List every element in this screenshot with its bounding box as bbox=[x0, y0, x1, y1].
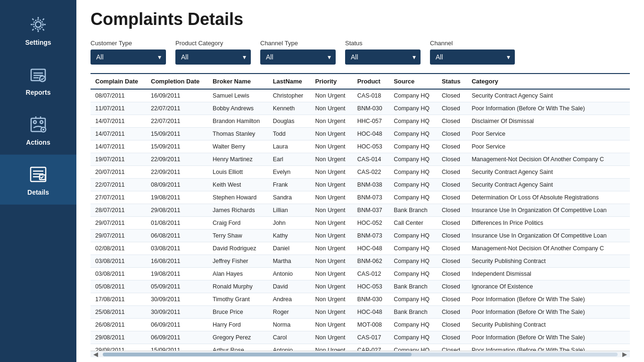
table-cell: Antonio bbox=[268, 268, 311, 280]
table-cell: Non Urgent bbox=[311, 242, 353, 255]
table-cell: Closed bbox=[437, 306, 467, 319]
complaints-table-container[interactable]: Complain Date Completion Date Broker Nam… bbox=[91, 73, 630, 351]
settings-icon bbox=[27, 13, 50, 36]
table-row[interactable]: 02/08/201103/08/2011David RodriguezDanie… bbox=[91, 242, 630, 255]
table-row[interactable]: 29/08/201106/09/2011Gregory PerezCarolNo… bbox=[91, 331, 630, 344]
table-cell: Arthur Rose bbox=[208, 344, 268, 351]
table-row[interactable]: 14/07/201115/09/2011Walter BerryLauraNon… bbox=[91, 140, 630, 153]
table-row[interactable]: 29/08/201115/09/2011Arthur RoseAntonioNo… bbox=[91, 344, 630, 351]
table-cell: 17/08/2011 bbox=[91, 293, 146, 306]
table-cell: 06/09/2011 bbox=[146, 319, 208, 331]
sidebar-item-reports[interactable]: Reports bbox=[0, 55, 76, 105]
filter-channel-type-label: Channel Type bbox=[260, 40, 336, 47]
table-cell: 22/07/2011 bbox=[91, 179, 146, 191]
table-row[interactable]: 26/08/201106/09/2011Harry FordNormaNon U… bbox=[91, 319, 630, 331]
filter-customer-type-select[interactable]: All bbox=[91, 49, 166, 65]
table-cell: Company HQ bbox=[389, 293, 437, 306]
table-body: 08/07/201116/09/2011Samuel LewisChristop… bbox=[91, 89, 630, 351]
svg-point-8 bbox=[33, 121, 36, 123]
scroll-right-arrow[interactable]: ▶ bbox=[619, 351, 630, 358]
table-cell: Closed bbox=[437, 344, 467, 351]
table-cell: Non Urgent bbox=[311, 306, 353, 319]
complaints-table: Complain Date Completion Date Broker Nam… bbox=[91, 74, 630, 351]
table-row[interactable]: 29/07/201101/08/2011Craig FordJohnNon Ur… bbox=[91, 217, 630, 230]
filter-status-select[interactable]: All bbox=[345, 49, 421, 65]
table-row[interactable]: 11/07/201122/07/2011Bobby AndrewsKenneth… bbox=[91, 102, 630, 115]
table-cell: Closed bbox=[437, 140, 467, 153]
table-row[interactable]: 29/07/201106/08/2011Terry ShawKathyNon U… bbox=[91, 230, 630, 242]
sidebar-item-details[interactable]: Details bbox=[0, 155, 76, 205]
table-row[interactable]: 19/07/201122/09/2011Henry MartinezEarlNo… bbox=[91, 153, 630, 166]
main-content: Complaints Details Customer Type All Pro… bbox=[76, 0, 644, 362]
table-cell: 15/09/2011 bbox=[146, 344, 208, 351]
table-row[interactable]: 22/07/201108/09/2011Keith WestFrankNon U… bbox=[91, 179, 630, 191]
table-cell: Thomas Stanley bbox=[208, 128, 268, 140]
scroll-left-arrow[interactable]: ◀ bbox=[91, 351, 101, 358]
table-cell: 06/09/2011 bbox=[146, 331, 208, 344]
table-row[interactable]: 03/08/201116/08/2011Jeffrey FisherMartha… bbox=[91, 255, 630, 268]
table-cell: Closed bbox=[437, 89, 467, 102]
table-cell: Earl bbox=[268, 153, 311, 166]
table-cell: CAP-027 bbox=[353, 344, 389, 351]
table-cell: Andrea bbox=[268, 293, 311, 306]
table-row[interactable]: 27/07/201119/08/2011Stephen HowardSandra… bbox=[91, 191, 630, 204]
table-cell: Timothy Grant bbox=[208, 293, 268, 306]
page-title: Complaints Details bbox=[91, 9, 630, 29]
table-cell: Company HQ bbox=[389, 242, 437, 255]
table-row[interactable]: 28/07/201129/08/2011James RichardsLillia… bbox=[91, 204, 630, 217]
table-cell: 01/08/2011 bbox=[146, 217, 208, 230]
filter-channel-select[interactable]: All bbox=[430, 49, 515, 65]
table-row[interactable]: 20/07/201122/09/2011Louis ElliottEvelynN… bbox=[91, 166, 630, 179]
table-cell: 29/08/2011 bbox=[91, 331, 146, 344]
table-cell: Security Contract Agency Saint bbox=[467, 166, 620, 179]
table-cell: HHC-057 bbox=[353, 115, 389, 128]
filter-product-category-select[interactable]: All bbox=[175, 49, 251, 65]
table-cell: Company HQ bbox=[389, 89, 437, 102]
table-row[interactable]: 14/07/201122/07/2011Brandon HamiltonDoug… bbox=[91, 115, 630, 128]
table-cell: 29/07/2011 bbox=[91, 230, 146, 242]
table-cell: Roger bbox=[268, 306, 311, 319]
table-cell: Closed bbox=[437, 153, 467, 166]
table-cell: Samuel Lewis bbox=[208, 89, 268, 102]
table-cell: Bank Branch bbox=[389, 306, 437, 319]
table-cell: Bobby Andrews bbox=[208, 102, 268, 115]
table-cell: Non Urgent bbox=[311, 230, 353, 242]
filter-channel-type-select[interactable]: All bbox=[260, 49, 336, 65]
table-cell: Non Urgent bbox=[311, 204, 353, 217]
table-cell: Company HQ bbox=[389, 153, 437, 166]
table-row[interactable]: 14/07/201115/09/2011Thomas StanleyToddNo… bbox=[91, 128, 630, 140]
table-cell: MOT-008 bbox=[353, 319, 389, 331]
table-cell: Poor Information (Before Or With The Sal… bbox=[467, 331, 620, 344]
table-row[interactable]: 17/08/201130/09/2011Timothy GrantAndreaN… bbox=[91, 293, 630, 306]
table-row[interactable]: 03/08/201119/08/2011Alan HayesAntonioNon… bbox=[91, 268, 630, 280]
table-cell: Louis Elliott bbox=[208, 166, 268, 179]
table-row[interactable]: 25/08/201130/09/2011Bruce PriceRogerNon … bbox=[91, 306, 630, 319]
table-cell: Non Urgent bbox=[311, 331, 353, 344]
table-cell: Poor Information (Before Or With The Sal… bbox=[467, 306, 620, 319]
table-cell: Non Urgent bbox=[311, 217, 353, 230]
table-cell: HOC-053 bbox=[353, 140, 389, 153]
table-cell: Bank Branch bbox=[389, 280, 437, 293]
table-cell: Closed bbox=[437, 166, 467, 179]
horizontal-scrollbar[interactable]: ◀ ▶ bbox=[91, 351, 630, 357]
table-row[interactable]: 05/08/201105/09/2011Ronald MurphyDavidNo… bbox=[91, 280, 630, 293]
table-cell: Non Urgent bbox=[311, 319, 353, 331]
table-cell: Lillian bbox=[268, 204, 311, 217]
table-cell: Sandra bbox=[268, 191, 311, 204]
sidebar-item-actions[interactable]: Actions bbox=[0, 105, 76, 155]
sidebar-item-settings[interactable]: Settings bbox=[0, 5, 76, 55]
table-cell: BNM-030 bbox=[353, 102, 389, 115]
table-cell: Non Urgent bbox=[311, 89, 353, 102]
table-cell: 27/07/2011 bbox=[91, 191, 146, 204]
table-cell: Frank bbox=[268, 179, 311, 191]
table-cell: CAS-018 bbox=[353, 89, 389, 102]
table-cell: Closed bbox=[437, 115, 467, 128]
table-cell: Martha bbox=[268, 255, 311, 268]
table-cell: John bbox=[268, 217, 311, 230]
table-cell: Douglas bbox=[268, 115, 311, 128]
table-row[interactable]: 08/07/201116/09/2011Samuel LewisChristop… bbox=[91, 89, 630, 102]
table-cell: Non Urgent bbox=[311, 153, 353, 166]
table-cell: 05/09/2011 bbox=[146, 280, 208, 293]
table-cell: BNM-073 bbox=[353, 230, 389, 242]
table-cell: HOC-052 bbox=[353, 217, 389, 230]
